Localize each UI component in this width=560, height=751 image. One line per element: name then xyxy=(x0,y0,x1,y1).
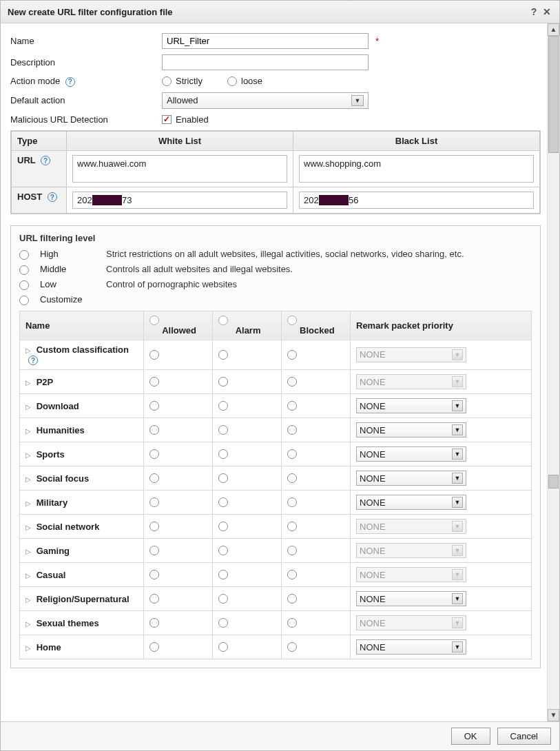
category-name-cell[interactable]: ▷ Social focus xyxy=(20,466,144,491)
category-name-cell[interactable]: ▷ Casual xyxy=(20,563,144,587)
priority-select[interactable]: NONE▼ xyxy=(356,422,466,438)
host-whitelist-input[interactable]: 20221.192.73 xyxy=(72,192,287,209)
tree-expand-icon[interactable]: ▷ xyxy=(25,379,34,387)
filter-level-low[interactable]: LowControl of pornographic websites xyxy=(19,279,532,290)
radio-strictly[interactable]: Strictly xyxy=(162,76,203,86)
tree-expand-icon[interactable]: ▷ xyxy=(25,427,34,435)
tree-expand-icon[interactable]: ▷ xyxy=(25,403,34,411)
radio-alarm[interactable] xyxy=(218,401,228,411)
scroll-up-icon[interactable]: ▲ xyxy=(548,23,559,36)
tree-expand-icon[interactable]: ▷ xyxy=(25,500,34,507)
radio-allowed[interactable] xyxy=(149,546,159,555)
tree-expand-icon[interactable]: ▷ xyxy=(25,596,34,604)
url-blacklist-input[interactable]: www.shopping.com xyxy=(299,155,534,183)
category-name-cell[interactable]: ▷ P2P xyxy=(20,370,144,394)
tree-expand-icon[interactable]: ▷ xyxy=(25,475,34,483)
radio-blocked[interactable] xyxy=(287,642,297,652)
radio-alarm[interactable] xyxy=(218,642,228,652)
radio-allowed[interactable] xyxy=(149,401,159,411)
tree-expand-icon[interactable]: ▷ xyxy=(25,620,34,628)
col-header-alarm[interactable]: Alarm xyxy=(213,311,282,340)
priority-select[interactable]: NONE▼ xyxy=(356,398,466,413)
radio-loose[interactable]: loose xyxy=(227,76,262,86)
category-name-cell[interactable]: ▷ Humanities xyxy=(20,418,144,442)
priority-select[interactable]: NONE▼ xyxy=(356,639,466,655)
priority-select[interactable]: NONE▼ xyxy=(356,471,466,486)
radio-allowed[interactable] xyxy=(149,473,159,483)
tree-expand-icon[interactable]: ▷ xyxy=(25,524,34,531)
category-name-cell[interactable]: ▷ Social network xyxy=(20,515,144,539)
scroll-down-icon[interactable]: ▼ xyxy=(548,709,559,721)
close-icon[interactable]: ✕ xyxy=(540,6,552,17)
radio-alarm[interactable] xyxy=(218,473,228,483)
radio-alarm[interactable] xyxy=(218,377,228,387)
radio-alarm[interactable] xyxy=(218,425,228,435)
default-action-select[interactable]: Allowed ▼ xyxy=(162,92,369,109)
radio-blocked[interactable] xyxy=(287,570,297,579)
radio-alarm[interactable] xyxy=(218,522,228,531)
tree-expand-icon[interactable]: ▷ xyxy=(25,572,34,579)
name-input[interactable] xyxy=(162,33,369,49)
help-icon-category[interactable]: ? xyxy=(28,356,38,365)
radio-blocked[interactable] xyxy=(287,473,297,483)
radio-blocked[interactable] xyxy=(287,425,297,435)
radio-allowed[interactable] xyxy=(149,497,159,507)
ok-button[interactable]: OK xyxy=(451,728,490,745)
scroll-track[interactable] xyxy=(548,36,559,709)
help-icon-host[interactable]: ? xyxy=(48,192,57,202)
filter-level-middle[interactable]: MiddleControls all adult websites and il… xyxy=(19,264,532,275)
radio-alarm[interactable] xyxy=(218,546,228,555)
scroll-thumb[interactable] xyxy=(548,475,559,488)
vertical-scrollbar[interactable]: ▲ ▼ xyxy=(547,23,559,721)
category-name-cell[interactable]: ▷ Military xyxy=(20,491,144,515)
tree-expand-icon[interactable]: ▷ xyxy=(25,347,34,354)
radio-alarm[interactable] xyxy=(218,449,228,459)
radio-allowed[interactable] xyxy=(149,350,159,360)
filter-level-custom[interactable]: Customize xyxy=(19,294,532,305)
help-icon-action-mode[interactable]: ? xyxy=(65,77,75,87)
tree-expand-icon[interactable]: ▷ xyxy=(25,644,34,652)
help-icon[interactable]: ? xyxy=(528,6,540,17)
radio-alarm[interactable] xyxy=(218,618,228,628)
radio-blocked[interactable] xyxy=(287,449,297,459)
category-name-cell[interactable]: ▷ Sports xyxy=(20,442,144,466)
cancel-button[interactable]: Cancel xyxy=(497,728,551,745)
radio-blocked[interactable] xyxy=(287,497,297,507)
priority-select[interactable]: NONE▼ xyxy=(356,446,466,462)
col-header-allowed[interactable]: Allowed xyxy=(144,311,213,340)
filter-level-high[interactable]: HighStrict restrictions on all adult web… xyxy=(19,249,532,260)
radio-blocked[interactable] xyxy=(287,594,297,604)
radio-alarm[interactable] xyxy=(218,497,228,507)
tree-expand-icon[interactable]: ▷ xyxy=(25,548,34,555)
category-name-cell[interactable]: ▷ Religion/Supernatural xyxy=(20,587,144,611)
radio-allowed[interactable] xyxy=(149,594,159,604)
tree-expand-icon[interactable]: ▷ xyxy=(25,451,34,459)
radio-allowed[interactable] xyxy=(149,570,159,579)
radio-allowed[interactable] xyxy=(149,449,159,459)
host-blacklist-input[interactable]: 20221.192.56 xyxy=(299,192,534,209)
radio-alarm[interactable] xyxy=(218,594,228,604)
url-whitelist-input[interactable]: www.huawei.com xyxy=(72,155,287,183)
category-name-cell[interactable]: ▷ Gaming xyxy=(20,539,144,563)
radio-blocked[interactable] xyxy=(287,350,297,360)
category-name-cell[interactable]: ▷ Sexual themes xyxy=(20,611,144,635)
radio-allowed[interactable] xyxy=(149,425,159,435)
help-icon-url[interactable]: ? xyxy=(41,156,50,165)
checkbox-enabled[interactable]: Enabled xyxy=(162,114,209,125)
radio-allowed[interactable] xyxy=(149,377,159,387)
description-input[interactable] xyxy=(162,54,369,70)
radio-blocked[interactable] xyxy=(287,377,297,387)
radio-blocked[interactable] xyxy=(287,522,297,531)
priority-select[interactable]: NONE▼ xyxy=(356,495,466,510)
category-name-cell[interactable]: ▷ Download xyxy=(20,394,144,418)
col-header-blocked[interactable]: Blocked xyxy=(282,311,351,340)
radio-alarm[interactable] xyxy=(218,350,228,360)
radio-blocked[interactable] xyxy=(287,618,297,628)
radio-blocked[interactable] xyxy=(287,401,297,411)
radio-alarm[interactable] xyxy=(218,570,228,579)
radio-allowed[interactable] xyxy=(149,522,159,531)
radio-blocked[interactable] xyxy=(287,546,297,555)
scroll-thumb[interactable] xyxy=(548,36,559,153)
priority-select[interactable]: NONE▼ xyxy=(356,591,466,606)
category-name-cell[interactable]: ▷ Custom classification? xyxy=(20,340,144,370)
